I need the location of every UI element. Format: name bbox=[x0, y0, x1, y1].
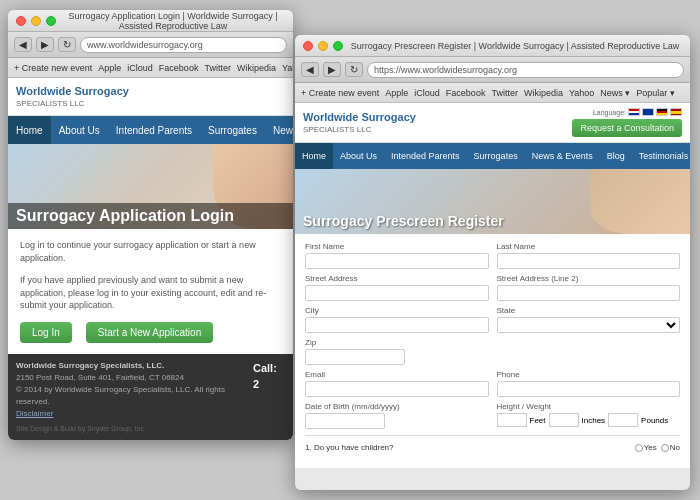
hero-banner-2: Surrogacy Prescreen Register bbox=[295, 169, 690, 234]
dob-input[interactable] bbox=[305, 413, 385, 429]
logo-1: Worldwide Surrogacy SPECIALISTS LLC bbox=[16, 85, 129, 107]
nav2-blog[interactable]: Blog bbox=[600, 143, 632, 169]
minimize-button-2[interactable] bbox=[318, 41, 328, 51]
footer-call: Call: 2 bbox=[253, 360, 285, 393]
footer-disclaimer[interactable]: Disclaimer bbox=[16, 409, 53, 418]
state-label: State bbox=[497, 306, 681, 315]
site-nav-1: Home About Us Intended Parents Surrogate… bbox=[8, 116, 293, 144]
pounds-input[interactable] bbox=[608, 413, 638, 427]
consult-button[interactable]: Request a Consultation bbox=[572, 119, 682, 137]
city-group: City bbox=[305, 306, 489, 333]
address-bar-2[interactable]: https://www.worldwidesurrogacy.org bbox=[367, 62, 684, 78]
site-header-2: Worldwide Surrogacy SPECIALISTS LLC Lang… bbox=[295, 103, 690, 143]
refresh-button[interactable]: ↻ bbox=[58, 37, 76, 52]
maximize-button-2[interactable] bbox=[333, 41, 343, 51]
flag-es[interactable] bbox=[670, 108, 682, 116]
radio-yes-1[interactable]: Yes bbox=[635, 443, 657, 452]
close-button[interactable] bbox=[16, 16, 26, 26]
radio-no-1[interactable]: No bbox=[661, 443, 680, 452]
street-input[interactable] bbox=[305, 285, 489, 301]
last-name-input[interactable] bbox=[497, 253, 681, 269]
bookmark-apple[interactable]: Apple bbox=[98, 63, 121, 73]
browser-toolbar-2: ◀ ▶ ↻ https://www.worldwidesurrogacy.org bbox=[295, 57, 690, 83]
logo-name-2: Worldwide Surrogacy bbox=[303, 111, 416, 124]
refresh-button-2[interactable]: ↻ bbox=[345, 62, 363, 77]
back-button[interactable]: ◀ bbox=[14, 37, 32, 52]
bookmark-icloud[interactable]: iCloud bbox=[127, 63, 153, 73]
city-label: City bbox=[305, 306, 489, 315]
bookmark-twitter[interactable]: Twitter bbox=[204, 63, 231, 73]
site-content-prescreen: Worldwide Surrogacy SPECIALISTS LLC Lang… bbox=[295, 103, 690, 468]
city-input[interactable] bbox=[305, 317, 489, 333]
zip-group: Zip bbox=[305, 338, 405, 365]
first-name-input[interactable] bbox=[305, 253, 489, 269]
bookmark2-yahoo[interactable]: Yahoo bbox=[569, 88, 594, 98]
nav2-home[interactable]: Home bbox=[295, 143, 333, 169]
address-row: Street Address Street Address (Line 2) bbox=[305, 274, 680, 301]
phone-input[interactable] bbox=[497, 381, 681, 397]
phone-label: Phone bbox=[497, 370, 681, 379]
login-content: Log in to continue your surrogacy applic… bbox=[8, 229, 293, 353]
language-label: Language: bbox=[593, 109, 626, 116]
email-phone-row: Email Phone bbox=[305, 370, 680, 397]
titlebar-login: Surrogacy Application Login | Worldwide … bbox=[8, 10, 293, 32]
bookmark-facebook[interactable]: Facebook bbox=[159, 63, 199, 73]
login-button[interactable]: Log In bbox=[20, 322, 72, 343]
hero-title-2: Surrogacy Prescreen Register bbox=[303, 213, 504, 229]
minimize-button[interactable] bbox=[31, 16, 41, 26]
street2-input[interactable] bbox=[497, 285, 681, 301]
site-content-login: Worldwide Surrogacy SPECIALISTS LLC Home… bbox=[8, 78, 293, 440]
bookmark2-apple[interactable]: Apple bbox=[385, 88, 408, 98]
new-application-button[interactable]: Start a New Application bbox=[86, 322, 213, 343]
window-title: Surrogacy Application Login | Worldwide … bbox=[61, 11, 285, 31]
bookmark-wikipedia[interactable]: Wikipedia bbox=[237, 63, 276, 73]
bookmark2-popular[interactable]: Popular ▾ bbox=[636, 88, 675, 98]
height-inputs: Feet Inches Pounds bbox=[497, 413, 681, 427]
login-buttons: Log In Start a New Application bbox=[20, 322, 281, 343]
nav-surrogates-1[interactable]: Surrogates bbox=[200, 116, 265, 144]
email-input[interactable] bbox=[305, 381, 489, 397]
maximize-button[interactable] bbox=[46, 16, 56, 26]
nav2-surrogates[interactable]: Surrogates bbox=[467, 143, 525, 169]
nav-home-1[interactable]: Home bbox=[8, 116, 51, 144]
nav2-testimonials[interactable]: Testimonials bbox=[632, 143, 690, 169]
bookmark-yahoo[interactable]: Yahoo bbox=[282, 63, 293, 73]
nav2-news[interactable]: News & Events bbox=[525, 143, 600, 169]
bookmarks-bar-1: + Create new event Apple iCloud Facebook… bbox=[8, 58, 293, 78]
last-name-group: Last Name bbox=[497, 242, 681, 269]
state-select[interactable]: ALAKAZCACOCTFLNYTX bbox=[497, 317, 681, 333]
inches-input[interactable] bbox=[549, 413, 579, 427]
flag-uk[interactable] bbox=[642, 108, 654, 116]
nav2-intended[interactable]: Intended Parents bbox=[384, 143, 467, 169]
forward-button[interactable]: ▶ bbox=[36, 37, 54, 52]
nav-about-1[interactable]: About Us bbox=[51, 116, 108, 144]
flag-us[interactable] bbox=[628, 108, 640, 116]
browser-toolbar-1: ◀ ▶ ↻ www.worldwidesurrogacy.org bbox=[8, 32, 293, 58]
language-selector[interactable]: Language: bbox=[593, 108, 682, 116]
last-name-label: Last Name bbox=[497, 242, 681, 251]
first-name-label: First Name bbox=[305, 242, 489, 251]
address-bar-1[interactable]: www.worldwidesurrogacy.org bbox=[80, 37, 287, 53]
bookmark-create-event[interactable]: + Create new event bbox=[14, 63, 92, 73]
bookmark2-twitter[interactable]: Twitter bbox=[491, 88, 518, 98]
bookmark2-wikipedia[interactable]: Wikipedia bbox=[524, 88, 563, 98]
zip-row: Zip bbox=[305, 338, 680, 365]
radio-yes-indicator-1 bbox=[635, 444, 643, 452]
site-nav-2: Home About Us Intended Parents Surrogate… bbox=[295, 143, 690, 169]
bookmark2-news[interactable]: News ▾ bbox=[600, 88, 630, 98]
flag-de[interactable] bbox=[656, 108, 668, 116]
feet-input[interactable] bbox=[497, 413, 527, 427]
zip-input[interactable] bbox=[305, 349, 405, 365]
nav-intended-1[interactable]: Intended Parents bbox=[108, 116, 200, 144]
nav-news-1[interactable]: News & Events bbox=[265, 116, 293, 144]
close-button-2[interactable] bbox=[303, 41, 313, 51]
bookmark2-facebook[interactable]: Facebook bbox=[446, 88, 486, 98]
forward-button-2[interactable]: ▶ bbox=[323, 62, 341, 77]
bookmark2-icloud[interactable]: iCloud bbox=[414, 88, 440, 98]
back-button-2[interactable]: ◀ bbox=[301, 62, 319, 77]
bookmarks-bar-2: + Create new event Apple iCloud Facebook… bbox=[295, 83, 690, 103]
first-name-group: First Name bbox=[305, 242, 489, 269]
bookmark2-create-event[interactable]: + Create new event bbox=[301, 88, 379, 98]
nav2-about[interactable]: About Us bbox=[333, 143, 384, 169]
radio-group-1: Yes No bbox=[635, 443, 680, 452]
